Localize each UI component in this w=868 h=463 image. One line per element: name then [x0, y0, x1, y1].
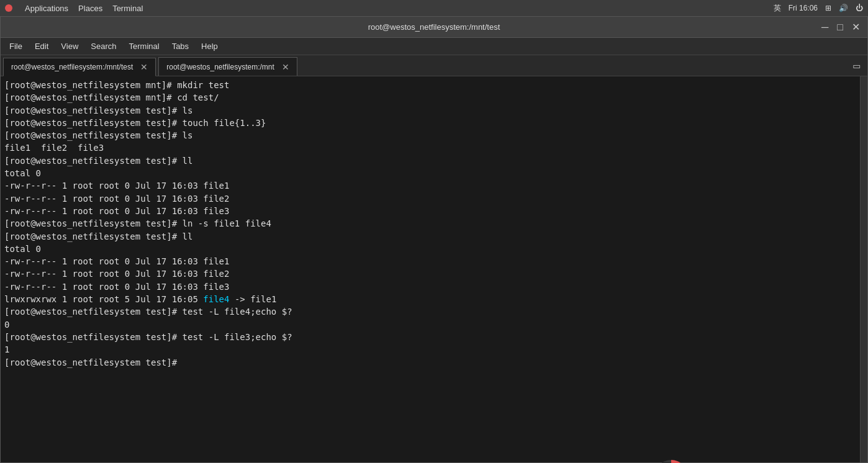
- menu-edit[interactable]: Edit: [30, 40, 53, 52]
- tab-1-close[interactable]: ✕: [282, 62, 289, 72]
- volume-icon: 🔊: [839, 4, 848, 12]
- minimize-button[interactable]: ─: [819, 21, 831, 34]
- new-tab-button[interactable]: ▭: [848, 59, 865, 72]
- menu-help[interactable]: Help: [196, 40, 223, 52]
- clock: Fri 16:06: [789, 4, 818, 12]
- system-bar-right: 英 Fri 16:06 ⊞ 🔊 ⏻: [774, 3, 863, 14]
- tab-0-label: root@westos_netfilesystem:/mnt/test: [11, 63, 133, 71]
- terminal-pane[interactable]: [root@westos_netfilesystem mnt]# mkdir t…: [1, 76, 860, 462]
- window-controls: ─ □ ✕: [819, 21, 862, 34]
- system-bar: Applications Places Terminal 英 Fri 16:06…: [0, 0, 868, 16]
- tab-1[interactable]: root@westos_netfilesystem:/mnt ✕: [158, 57, 297, 76]
- terminal-window: root@westos_netfilesystem:/mnt/test ─ □ …: [0, 16, 868, 463]
- power-icon: ⏻: [856, 4, 863, 12]
- menu-view[interactable]: View: [56, 40, 83, 52]
- distro-icon: [5, 4, 12, 12]
- cpu-usage-ring: 82% CPU: [655, 460, 687, 464]
- scrollbar[interactable]: [860, 76, 867, 462]
- menu-terminal[interactable]: Terminal: [124, 40, 165, 52]
- network-icon: ⊞: [825, 4, 831, 12]
- close-button[interactable]: ✕: [849, 21, 862, 34]
- tab-0-close[interactable]: ✕: [140, 62, 148, 72]
- menu-bar: File Edit View Search Terminal Tabs Help: [1, 38, 867, 55]
- maximize-button[interactable]: □: [834, 21, 846, 34]
- symlink-name: file4: [203, 294, 229, 304]
- menu-tabs[interactable]: Tabs: [167, 40, 194, 52]
- applications-menu[interactable]: Applications: [25, 4, 68, 13]
- system-bar-left: Applications Places Terminal: [5, 4, 143, 13]
- places-menu[interactable]: Places: [78, 4, 102, 13]
- title-bar: root@westos_netfilesystem:/mnt/test ─ □ …: [1, 17, 867, 38]
- tab-0[interactable]: root@westos_netfilesystem:/mnt/test ✕: [3, 58, 156, 76]
- tab-1-label: root@westos_netfilesystem:/mnt: [166, 63, 274, 71]
- language-indicator[interactable]: 英: [774, 3, 781, 14]
- terminal-menu[interactable]: Terminal: [112, 4, 143, 13]
- window-title: root@westos_netfilesystem:/mnt/test: [368, 22, 500, 32]
- terminal-content: [root@westos_netfilesystem mnt]# mkdir t…: [1, 76, 867, 462]
- tab-bar: root@westos_netfilesystem:/mnt/test ✕ ro…: [1, 55, 867, 76]
- menu-search[interactable]: Search: [86, 40, 121, 52]
- menu-file[interactable]: File: [4, 40, 27, 52]
- terminal-output: [root@westos_netfilesystem mnt]# mkdir t…: [4, 79, 856, 369]
